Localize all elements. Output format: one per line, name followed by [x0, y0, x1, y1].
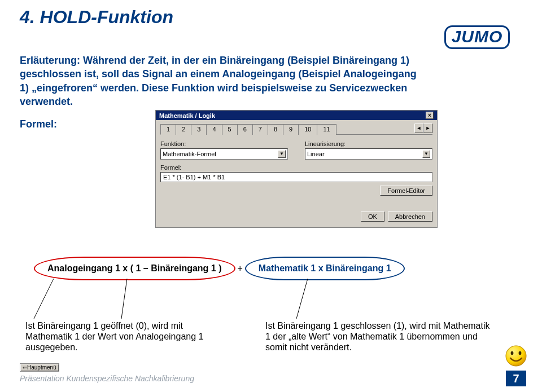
tab-strip: 1 2 3 4 5 6 7 8 9 10 11 ◄ ►: [160, 124, 432, 135]
tab-8[interactable]: 8: [268, 124, 283, 135]
caption-left: Ist Binäreingang 1 geöffnet (0), wird mi…: [25, 320, 229, 353]
cancel-button[interactable]: Abbrechen: [388, 212, 432, 222]
formula-row: Analogeingang 1 x ( 1 – Binäreingang 1 )…: [34, 257, 405, 280]
svg-line-2: [296, 279, 308, 319]
hauptmenu-button[interactable]: ⇐Hauptmenü: [20, 363, 59, 372]
formel-editor-button[interactable]: Formel-Editor: [380, 186, 432, 196]
tab-6[interactable]: 6: [237, 124, 253, 135]
dialog-titlebar: Mathematik / Logik ×: [156, 111, 437, 120]
tab-1[interactable]: 1: [160, 124, 176, 135]
formel-input[interactable]: E1 * (1- B1) + M1 * B1: [160, 172, 432, 182]
tab-scroll-left[interactable]: ◄: [414, 124, 423, 133]
formula-plus: +: [238, 263, 243, 274]
formula-left-oval: Analogeingang 1 x ( 1 – Binäreingang 1 ): [34, 257, 235, 280]
formula-right-oval: Mathematik 1 x Binäreingang 1: [245, 257, 405, 280]
smiley-icon: [505, 345, 527, 367]
tab-2[interactable]: 2: [176, 124, 191, 135]
footer-text: Präsentation Kundenspezifische Nachkalib…: [20, 374, 194, 383]
tab-scroll-right[interactable]: ►: [423, 124, 432, 133]
tab-11[interactable]: 11: [317, 124, 336, 135]
svg-line-1: [121, 279, 127, 319]
dialog-close-button[interactable]: ×: [426, 112, 434, 119]
svg-point-5: [519, 351, 522, 355]
tab-7[interactable]: 7: [252, 124, 268, 135]
funktion-value: Mathematik-Formel: [163, 151, 216, 157]
tab-10[interactable]: 10: [298, 124, 317, 135]
tab-5[interactable]: 5: [222, 124, 238, 135]
funktion-select[interactable]: Mathematik-Formel ▼: [160, 148, 288, 160]
linearisierung-select[interactable]: Linear ▼: [305, 148, 432, 160]
ok-button[interactable]: OK: [361, 212, 384, 222]
caption-right: Ist Binäreingang 1 geschlossen (1), wird…: [265, 320, 491, 353]
slide-title: 4. HOLD-Funktion: [20, 7, 173, 28]
linearisierung-value: Linear: [307, 151, 325, 157]
formel-field-label: Formel:: [160, 164, 432, 171]
intro-text: Erläuterung: Während der Zeit, in der ei…: [20, 54, 426, 108]
logo: JUMO: [435, 25, 519, 49]
linearisierung-label: Linearisierung:: [305, 140, 432, 147]
tab-3[interactable]: 3: [191, 124, 207, 135]
chevron-down-icon: ▼: [278, 150, 286, 158]
svg-line-0: [34, 279, 54, 319]
svg-point-4: [511, 351, 514, 355]
tab-4[interactable]: 4: [206, 124, 222, 135]
svg-point-3: [506, 346, 526, 366]
dialog-math-logic: Mathematik / Logik × 1 2 3 4 5 6 7 8 9 1…: [155, 110, 438, 228]
dialog-title-text: Mathematik / Logik: [159, 112, 215, 119]
chevron-down-icon: ▼: [422, 150, 430, 158]
page-number: 7: [506, 371, 526, 386]
tab-9[interactable]: 9: [283, 124, 299, 135]
formel-label: Formel:: [20, 118, 57, 130]
funktion-label: Funktion:: [160, 140, 288, 147]
logo-text: JUMO: [452, 27, 503, 46]
